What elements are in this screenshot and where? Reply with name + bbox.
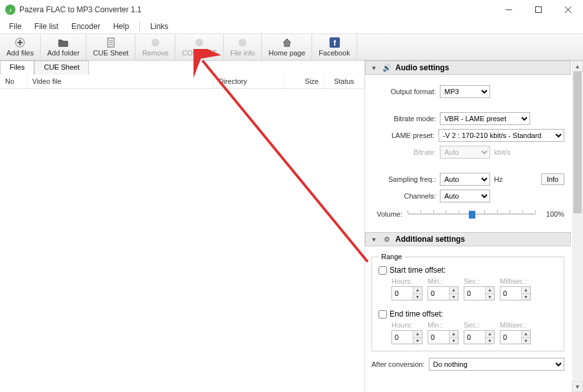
additional-settings-header[interactable]: ▾ ⚙ Additional settings <box>365 232 571 246</box>
lame-preset-select[interactable]: -V 2 : 170-210 kbit/s - Standard <box>439 129 564 142</box>
menu-encoder[interactable]: Encoder <box>65 21 107 32</box>
file-tabs: Files CUE Sheet <box>0 61 364 75</box>
end-offset-checkbox[interactable] <box>379 310 387 318</box>
document-icon <box>106 37 116 48</box>
settings-scrollbar[interactable]: ▲ ▼ <box>572 61 583 392</box>
home-page-label: Home page <box>268 49 305 57</box>
home-page-button[interactable]: Home page <box>262 34 312 60</box>
after-conversion-select[interactable]: Do nothing <box>429 358 564 371</box>
window-controls <box>494 0 583 19</box>
maximize-button[interactable] <box>524 0 553 19</box>
audio-settings-title: Audio settings <box>395 63 449 72</box>
col-size[interactable]: Size <box>284 75 324 88</box>
spin-down[interactable]: ▼ <box>413 294 422 300</box>
scroll-up-button[interactable]: ▲ <box>572 61 583 72</box>
min-label: Min.: <box>428 277 459 285</box>
window-title: Pazera FLAC to MP3 Converter 1.1 <box>19 5 494 14</box>
home-icon <box>282 37 292 48</box>
end-hours-spinner[interactable]: ▲▼ <box>391 330 422 344</box>
cue-sheet-label: CUE Sheet <box>93 49 128 57</box>
bitrate-label: Bitrate: <box>371 148 436 156</box>
speaker-icon: 🔊 <box>382 63 391 72</box>
file-info-label: File info <box>230 49 255 57</box>
file-info-button[interactable]: File info <box>224 34 262 60</box>
tab-files[interactable]: Files <box>0 61 34 75</box>
channels-label: Channels: <box>371 192 436 200</box>
col-directory[interactable]: Directory <box>213 75 284 88</box>
cue-sheet-button[interactable]: CUE Sheet <box>86 34 135 60</box>
app-icon: ♪ <box>5 5 15 15</box>
menu-links[interactable]: Links <box>144 21 175 32</box>
volume-label: Volume: <box>371 210 402 218</box>
circle-icon <box>194 37 204 48</box>
scroll-track[interactable] <box>572 72 583 381</box>
svg-point-12 <box>195 39 203 46</box>
start-ms-spinner[interactable]: ▲▼ <box>500 286 531 300</box>
file-list-body[interactable] <box>0 89 364 392</box>
convert-label: CONVERT <box>182 49 217 57</box>
after-conversion-label: After conversion: <box>371 360 425 368</box>
remove-label: Remove <box>142 49 168 57</box>
audio-settings-header[interactable]: ▾ 🔊 Audio settings <box>365 61 571 75</box>
main-body: Files CUE Sheet No Video file Directory … <box>0 61 583 392</box>
bitrate-mode-select[interactable]: VBR - LAME preset <box>440 112 530 125</box>
svg-rect-1 <box>536 7 542 13</box>
titlebar: ♪ Pazera FLAC to MP3 Converter 1.1 <box>0 0 583 19</box>
range-legend: Range <box>379 253 404 260</box>
start-min-spinner[interactable]: ▲▼ <box>428 286 459 300</box>
file-list-panel: Files CUE Sheet No Video file Directory … <box>0 61 365 392</box>
bitrate-unit: kbit/s <box>494 148 511 156</box>
plus-icon <box>15 37 25 48</box>
menu-file-list[interactable]: File list <box>28 21 64 32</box>
start-offset-label: Start time offset: <box>390 266 446 275</box>
add-files-button[interactable]: Add files <box>0 34 41 60</box>
scroll-thumb[interactable] <box>573 72 582 213</box>
convert-button[interactable]: CONVERT <box>175 34 224 60</box>
facebook-icon: f <box>330 37 340 48</box>
col-no[interactable]: No <box>0 75 27 88</box>
menu-separator <box>139 21 140 32</box>
tab-cue[interactable]: CUE Sheet <box>34 61 89 75</box>
bitrate-mode-label: Bitrate mode: <box>371 115 436 122</box>
folder-icon <box>58 37 68 48</box>
menubar: File File list Encoder Help Links <box>0 19 583 34</box>
end-offset-label: End time offset: <box>390 309 443 318</box>
bitrate-select: Auto <box>440 146 490 159</box>
remove-button[interactable]: Remove <box>135 34 175 60</box>
close-button[interactable] <box>553 0 583 19</box>
info-button[interactable]: Info <box>541 173 564 185</box>
end-sec-spinner[interactable]: ▲▼ <box>464 330 495 344</box>
start-offset-checkbox[interactable] <box>379 266 387 275</box>
channels-select[interactable]: Auto <box>440 190 490 202</box>
output-format-select[interactable]: MP3 <box>440 85 490 98</box>
range-fieldset: Range Start time offset: Hours: Min.: Se… <box>371 253 564 351</box>
sampling-unit: Hz <box>494 175 502 183</box>
col-status[interactable]: Status <box>324 75 364 88</box>
audio-settings-body: Output format: MP3 Bitrate mode: VBR - L… <box>365 79 571 232</box>
end-min-spinner[interactable]: ▲▼ <box>428 330 459 344</box>
facebook-button[interactable]: f Facebook <box>312 34 357 60</box>
scroll-down-button[interactable]: ▼ <box>572 381 583 392</box>
file-list-header: No Video file Directory Size Status <box>0 75 364 89</box>
volume-value: 100% <box>541 210 564 218</box>
start-hours-spinner[interactable]: ▲▼ <box>391 286 422 300</box>
toolbar: Add files Add folder CUE Sheet Remove CO… <box>0 34 583 61</box>
end-ms-spinner[interactable]: ▲▼ <box>500 330 531 344</box>
start-sec-spinner[interactable]: ▲▼ <box>464 286 495 300</box>
spin-up[interactable]: ▲ <box>413 287 422 294</box>
add-folder-button[interactable]: Add folder <box>41 34 86 60</box>
svg-point-11 <box>152 39 159 46</box>
additional-settings-body: Range Start time offset: Hours: Min.: Se… <box>365 250 571 381</box>
slider-thumb[interactable] <box>469 211 475 219</box>
volume-slider[interactable] <box>408 208 536 220</box>
menu-file[interactable]: File <box>3 21 28 32</box>
sampling-label: Sampling freq.: <box>371 175 436 183</box>
output-format-label: Output format: <box>371 88 436 95</box>
svg-point-13 <box>239 39 246 46</box>
sampling-select[interactable]: Auto <box>440 173 490 186</box>
minimize-button[interactable] <box>494 0 524 19</box>
additional-settings-title: Additional settings <box>395 235 465 244</box>
menu-help[interactable]: Help <box>106 21 135 32</box>
settings-panel: ▾ 🔊 Audio settings Output format: MP3 Bi… <box>365 61 583 392</box>
col-file[interactable]: Video file <box>27 75 213 88</box>
